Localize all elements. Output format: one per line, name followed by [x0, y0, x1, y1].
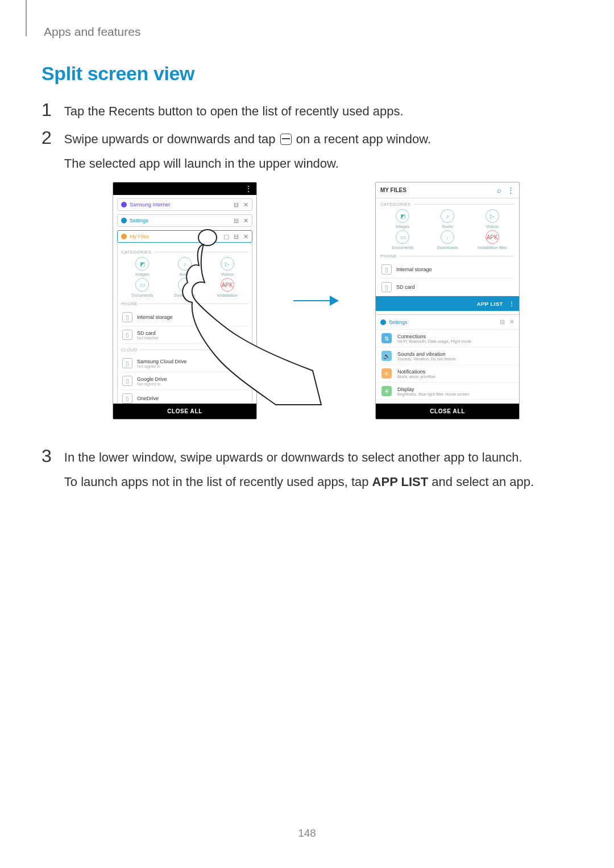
storage-icon: ▯	[381, 282, 392, 292]
close-icon[interactable]: ✕	[243, 233, 248, 240]
split-icon[interactable]: ⊟	[234, 201, 239, 209]
list-item[interactable]: ▯SD card	[380, 279, 515, 296]
section-phone: PHONE	[380, 254, 515, 259]
step-subtext: The selected app will launch in the uppe…	[64, 154, 431, 173]
card-label: Samsung Internet	[130, 202, 170, 207]
app-title: MY FILES	[380, 187, 406, 193]
status-bar: ⋮	[113, 182, 256, 195]
more-icon[interactable]: ⋮	[245, 185, 252, 192]
recents-card[interactable]: My Files▢⊟✕	[117, 230, 252, 243]
step-text: Swipe upwards or downwards and tap on a …	[64, 130, 431, 173]
category-icon: ♪	[178, 257, 192, 271]
page-title: Split screen view	[42, 63, 194, 85]
item-label: SD card	[137, 330, 159, 336]
page-number: 148	[0, 827, 614, 840]
item-label: Internal storage	[396, 267, 432, 272]
text-frag: on a recent app window.	[293, 132, 431, 146]
app-list-button[interactable]: APP LIST	[477, 301, 503, 307]
category-label: Installation files	[470, 245, 515, 250]
split-icon[interactable]: ⊟	[234, 233, 239, 240]
split-icon[interactable]: ⊟	[500, 318, 505, 326]
category-item[interactable]: ▭Documents	[380, 230, 425, 250]
settings-label: Sounds and vibration	[397, 351, 456, 357]
more-icon[interactable]: ⋮	[509, 301, 515, 307]
item-label: Samsung Cloud Drive	[137, 359, 187, 364]
section-categories: CATEGORIES	[121, 250, 248, 255]
settings-icon: ≡	[381, 368, 392, 379]
close-icon[interactable]: ✕	[243, 217, 248, 225]
category-item[interactable]: ▷Videos	[206, 257, 248, 277]
text-frag: In the lower window, swipe upwards or do…	[64, 450, 522, 464]
close-all-button[interactable]: CLOSE ALL	[376, 404, 519, 419]
item-label: OneDrive	[137, 396, 159, 401]
category-item[interactable]: ♪Audio	[425, 209, 470, 229]
list-item[interactable]: ▯Internal storage	[121, 309, 248, 326]
settings-icon: ☀	[381, 386, 392, 396]
category-item[interactable]: APKInstallation files	[470, 230, 515, 250]
step-3: 3 In the lower window, swipe upwards or …	[42, 448, 582, 491]
close-icon[interactable]: ✕	[243, 201, 248, 209]
category-label: Documents	[121, 293, 164, 298]
settings-label: Notifications	[397, 369, 435, 375]
category-item[interactable]: ↓Downloads	[164, 278, 206, 298]
recents-card-settings[interactable]: Settings ⊟ ✕	[376, 315, 519, 330]
category-item[interactable]: APKInstallation	[206, 278, 248, 298]
list-item[interactable]: ▯Internal storage	[380, 261, 515, 279]
category-item[interactable]: ♪Audio	[164, 257, 206, 277]
settings-row[interactable]: ☀DisplayBrightness, Blue light filter, H…	[376, 383, 519, 400]
storage-icon: ▯	[122, 330, 132, 340]
settings-row[interactable]: ⇅ConnectionsWi-Fi, Bluetooth, Data usage…	[376, 330, 519, 347]
close-icon[interactable]: ✕	[509, 318, 515, 326]
category-label: Installation	[206, 293, 248, 298]
settings-row[interactable]: 🔊Sounds and vibrationSounds, Vibration, …	[376, 347, 519, 365]
category-item[interactable]: ◩Images	[380, 209, 425, 229]
category-item[interactable]: ▷Videos	[470, 209, 515, 229]
list-item[interactable]: ▯Google DriveNot signed in	[121, 372, 248, 390]
split-icon[interactable]: ⊟	[234, 217, 239, 225]
category-icon: APK	[486, 230, 499, 244]
category-item[interactable]: ↓Downloads	[425, 230, 470, 250]
step-2: 2 Swipe upwards or downwards and tap on …	[42, 130, 582, 173]
breadcrumb: Apps and features	[44, 25, 140, 39]
text-frag: Swipe upwards or downwards and tap	[64, 132, 279, 146]
recents-card[interactable]: Samsung Internet⊟✕	[117, 198, 252, 211]
storage-icon: ▯	[122, 312, 132, 322]
expand-icon[interactable]: ▢	[223, 233, 229, 240]
page-border	[26, 0, 27, 36]
app-header: MY FILES ⌕ ⋮	[376, 182, 519, 198]
recents-card[interactable]: Settings⊟✕	[117, 214, 252, 227]
category-label: Videos	[470, 224, 515, 229]
category-icon: ▭	[396, 230, 409, 244]
list-item[interactable]: ▯Samsung Cloud DriveNot signed in	[121, 355, 248, 372]
phone-right: MY FILES ⌕ ⋮ CATEGORIES ◩Images♪Audio▷Vi…	[375, 182, 520, 420]
text-bold: APP LIST	[372, 475, 429, 489]
step-text: Tap the Recents button to open the list …	[64, 102, 404, 121]
category-label: Downloads	[425, 245, 470, 250]
storage-icon: ▯	[122, 393, 132, 404]
search-icon[interactable]: ⌕	[497, 186, 501, 194]
close-all-button[interactable]: CLOSE ALL	[113, 404, 256, 419]
category-item[interactable]: ▭Documents	[121, 278, 164, 298]
more-icon[interactable]: ⋮	[507, 186, 515, 194]
step-text: In the lower window, swipe upwards or do…	[64, 448, 534, 491]
category-label: Documents	[380, 245, 425, 250]
category-label: Downloads	[164, 293, 206, 298]
text-frag: and select an app.	[428, 475, 534, 489]
item-sublabel: Not signed in	[137, 382, 167, 386]
step-number: 1	[42, 101, 52, 119]
category-label: Audio	[425, 224, 470, 229]
category-icon: ▭	[135, 278, 149, 292]
section-phone: PHONE	[121, 301, 248, 306]
item-sublabel: Not signed in	[137, 364, 187, 368]
category-item[interactable]: ◩Images	[121, 257, 164, 277]
category-icon: ♪	[441, 209, 454, 223]
category-icon: ◩	[396, 209, 409, 223]
settings-row[interactable]: ≡NotificationsBlock, allow, prioritise	[376, 365, 519, 383]
step-number: 2	[42, 128, 52, 147]
text-frag: To launch apps not in the list of recent…	[64, 475, 372, 489]
item-label: Internal storage	[137, 314, 173, 320]
list-item[interactable]: ▯SD cardNot inserted	[121, 326, 248, 344]
settings-icon: 🔊	[381, 351, 392, 361]
storage-icon: ▯	[122, 358, 132, 368]
category-icon: ↓	[178, 278, 192, 292]
